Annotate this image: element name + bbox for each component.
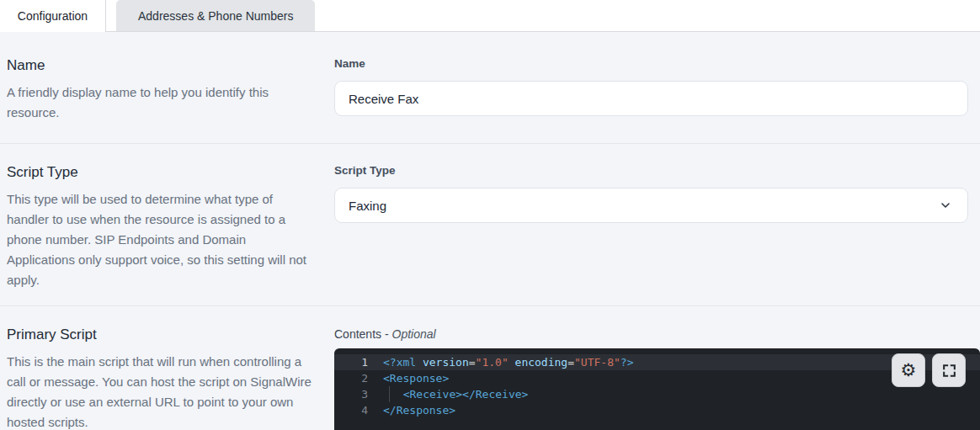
section-name-heading: Name [7,56,314,76]
code-text: <Receive></Receive> [383,386,528,402]
fullscreen-icon [941,363,957,379]
script-type-selected-value: Faxing [349,199,386,213]
script-type-field-label: Script Type [334,164,968,178]
section-script-type: Script Type This type will be used to de… [0,144,980,306]
section-script-type-info: Script Type This type will be used to de… [7,162,314,290]
contents-optional-label: Optional [392,327,436,341]
section-primary-script-info: Primary Script This is the main script t… [7,325,314,430]
editor-toolbar: ⚙ [892,353,966,387]
section-name-form: Name [334,56,980,123]
section-primary-script: Primary Script This is the main script t… [0,306,980,430]
section-name: Name A friendly display name to help you… [0,32,980,144]
configuration-panel: Name A friendly display name to help you… [0,32,980,430]
code-line[interactable]: 2<Response> [334,370,980,386]
section-primary-script-heading: Primary Script [7,325,314,345]
code-line[interactable]: 4</Response> [334,402,980,418]
line-number: 2 [334,370,383,386]
script-type-select[interactable]: Faxing [334,188,968,223]
line-number: 4 [334,402,383,418]
gear-icon: ⚙ [901,362,917,380]
line-number: 1 [334,354,383,370]
code-line[interactable]: 1<?xml version="1.0" encoding="UTF-8"?> [334,354,980,370]
code-line[interactable]: 3 <Receive></Receive> [334,386,980,402]
tab-configuration-label: Configuration [18,9,88,23]
section-script-type-heading: Script Type [7,162,314,183]
editor-settings-button[interactable]: ⚙ [892,353,925,387]
section-script-type-description: This type will be used to determine what… [7,189,314,290]
section-primary-script-form: Contents - Optional 1<?xml version="1.0"… [334,325,980,430]
chevron-down-icon [939,199,952,212]
contents-label: Contents - Optional [334,326,980,342]
code-text: </Response> [383,402,455,418]
tab-addresses-phone-numbers-label: Addresses & Phone Numbers [138,9,293,23]
code-text: <Response> [383,370,449,386]
section-name-description: A friendly display name to help you iden… [7,82,314,123]
section-name-info: Name A friendly display name to help you… [7,56,314,123]
code-text: <?xml version="1.0" encoding="UTF-8"?> [383,354,633,370]
code-lines: 1<?xml version="1.0" encoding="UTF-8"?>2… [334,354,980,418]
section-primary-script-description: This is the main script that will run wh… [7,352,314,430]
name-field-label: Name [334,57,968,71]
tab-bar: Configuration Addresses & Phone Numbers [0,0,980,32]
tab-addresses-phone-numbers[interactable]: Addresses & Phone Numbers [116,0,315,31]
line-number: 3 [334,386,383,402]
tab-configuration[interactable]: Configuration [0,0,106,32]
name-input[interactable] [334,81,968,116]
section-script-type-form: Script Type Faxing [334,162,980,290]
script-code-editor[interactable]: 1<?xml version="1.0" encoding="UTF-8"?>2… [334,348,980,430]
editor-fullscreen-button[interactable] [932,353,966,387]
